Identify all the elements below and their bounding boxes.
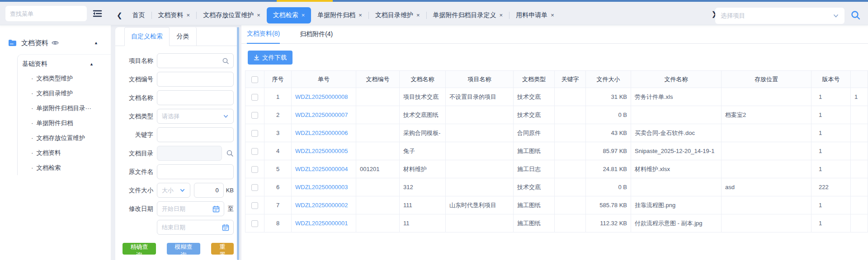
search-icon[interactable] xyxy=(222,57,229,65)
bullet-icon: · xyxy=(31,105,33,111)
header-search-icon[interactable] xyxy=(850,10,861,20)
file-download-button[interactable]: 文件下载 xyxy=(248,51,292,65)
keyword-field[interactable] xyxy=(157,127,234,142)
cell-doc_no[interactable]: WDZL20250000005 xyxy=(292,142,356,160)
sidebar-item-单据附件归档目录···[interactable]: ·单据附件归档目录··· xyxy=(18,101,111,116)
tab-close-icon[interactable]: × xyxy=(416,12,420,19)
calendar-icon[interactable] xyxy=(212,205,220,213)
tab-close-icon[interactable]: × xyxy=(359,12,362,19)
row-checkbox[interactable] xyxy=(251,94,258,101)
cell-doc_no[interactable]: WDZL20250000001 xyxy=(292,214,356,232)
exact-search-button[interactable]: 精确查询 xyxy=(123,243,156,255)
sidebar-item-文档类型维护[interactable]: ·文档类型维护 xyxy=(18,71,111,86)
menu-search-input[interactable] xyxy=(10,10,82,17)
cell-no: 2 xyxy=(264,106,292,124)
orig-filename-field[interactable] xyxy=(157,164,234,179)
doc-dir-search-icon[interactable] xyxy=(226,149,234,157)
tab-close-icon[interactable]: × xyxy=(257,12,260,19)
cell-doc_type: 施工图纸 xyxy=(514,142,555,160)
cell-version: 222 xyxy=(811,178,851,196)
sidebar-root-item[interactable]: 文档资料 ▲ xyxy=(8,35,105,51)
tab-用料申请单[interactable]: 用料申请单× xyxy=(509,7,561,23)
row-checkbox[interactable] xyxy=(251,220,258,227)
cell-doc_no[interactable]: WDZL20250000004 xyxy=(292,160,356,178)
tab-category[interactable]: 分类 xyxy=(170,27,197,46)
size-value-field[interactable] xyxy=(194,183,223,198)
main-tab-文档资料(8)[interactable]: 文档资料(8) xyxy=(247,30,280,44)
main-tabs: 文档资料(8)归档附件(4) xyxy=(241,25,868,44)
size-value-input[interactable] xyxy=(194,183,223,197)
main-tab-归档附件(4)[interactable]: 归档附件(4) xyxy=(300,30,333,43)
download-icon xyxy=(254,55,259,60)
menu-search-box[interactable] xyxy=(5,6,87,21)
panel-scrollbar[interactable] xyxy=(237,27,239,260)
tab-close-icon[interactable]: × xyxy=(500,12,503,19)
doc-name-input[interactable] xyxy=(157,91,233,105)
tab-label: 用料申请单 xyxy=(516,11,547,19)
cell-keyword xyxy=(555,160,586,178)
calendar-icon[interactable] xyxy=(222,224,229,231)
cell-doc_code xyxy=(356,214,400,232)
bullet-icon: · xyxy=(31,164,33,171)
sidebar-group-header[interactable]: 基础资料 ▲ xyxy=(18,57,111,71)
project-select[interactable]: 选择项目 xyxy=(715,8,844,24)
row-checkbox[interactable] xyxy=(251,202,258,209)
search-panel-tabs: 自定义检索 分类 xyxy=(115,27,238,46)
bullet-icon: · xyxy=(31,90,33,97)
cell-doc_no[interactable]: WDZL20250000002 xyxy=(292,196,356,214)
doc-type-select[interactable]: 请选择 xyxy=(157,109,234,124)
sidebar-item-文档资料[interactable]: ·文档资料 xyxy=(18,145,111,160)
tab-close-icon[interactable]: × xyxy=(551,12,554,19)
row-checkbox[interactable] xyxy=(251,148,258,155)
eye-icon[interactable] xyxy=(52,40,59,46)
cell-file_name xyxy=(631,178,722,196)
row-checkbox[interactable] xyxy=(251,130,258,137)
keyword-input[interactable] xyxy=(157,128,233,142)
reset-button[interactable]: 重置 xyxy=(211,243,234,255)
start-date-field[interactable] xyxy=(157,201,224,216)
tab-首页[interactable]: 首页 xyxy=(126,7,151,23)
tab-文档资料[interactable]: 文档资料× xyxy=(152,7,197,23)
tab-close-icon[interactable]: × xyxy=(302,12,305,19)
select-all-checkbox[interactable] xyxy=(251,76,258,83)
collapse-arrow-icon[interactable]: ▲ xyxy=(90,62,94,66)
cell-doc_no[interactable]: WDZL20250000008 xyxy=(292,88,356,106)
tab-custom-search[interactable]: 自定义检索 xyxy=(124,27,170,46)
tab-scroll-left-icon[interactable]: ❮ xyxy=(113,11,126,19)
file-size-label: 文件大小 xyxy=(118,186,153,195)
tab-文档存放位置维护[interactable]: 文档存放位置维护× xyxy=(197,7,267,23)
tab-文档目录维护[interactable]: 文档目录维护× xyxy=(369,7,426,23)
row-checkbox[interactable] xyxy=(251,166,258,173)
collapse-arrow-icon[interactable]: ▲ xyxy=(94,41,98,45)
cell-doc_no[interactable]: WDZL20250000003 xyxy=(292,178,356,196)
orig-filename-input[interactable] xyxy=(157,165,233,179)
cell-no: 8 xyxy=(264,214,292,232)
tab-单据附件归档[interactable]: 单据附件归档× xyxy=(311,7,368,23)
project-name-field[interactable] xyxy=(157,53,234,68)
doc-name-field[interactable] xyxy=(157,90,234,105)
tab-单据附件归档目录定义[interactable]: 单据附件归档目录定义× xyxy=(427,7,509,23)
cell-doc_code xyxy=(356,88,400,106)
cell-doc_no[interactable]: WDZL20250000007 xyxy=(292,106,356,124)
cell-extra xyxy=(851,178,868,196)
row-checkbox[interactable] xyxy=(251,112,258,119)
sidebar-collapse-icon[interactable] xyxy=(90,8,104,19)
size-op-placeholder: 大小 xyxy=(162,186,174,195)
sidebar-item-文档检索[interactable]: ·文档检索 xyxy=(18,160,111,175)
tab-close-icon[interactable]: × xyxy=(187,12,190,19)
row-checkbox[interactable] xyxy=(251,184,258,191)
size-op-select[interactable]: 大小 xyxy=(157,183,190,198)
cell-doc_name: 材料维护 xyxy=(400,160,446,178)
doc-no-input[interactable] xyxy=(157,72,233,86)
fuzzy-search-button[interactable]: 模糊查询 xyxy=(167,243,200,255)
end-date-field[interactable] xyxy=(157,220,234,235)
sidebar-item-文档存放位置维护[interactable]: ·文档存放位置维护 xyxy=(18,130,111,145)
doc-no-field[interactable] xyxy=(157,72,234,87)
sidebar-item-单据附件归档[interactable]: ·单据附件归档 xyxy=(18,116,111,130)
cell-version: 1 xyxy=(811,124,851,142)
sidebar-item-文档目录维护[interactable]: ·文档目录维护 xyxy=(18,86,111,101)
tab-文档检索[interactable]: 文档检索× xyxy=(267,7,311,23)
table-row: 3WDZL20250000006采购合同模板-合同原件43 KB买卖合同-金石软… xyxy=(245,124,868,142)
search-form: 项目名称 文档编号 文档名称 xyxy=(115,46,238,255)
cell-doc_no[interactable]: WDZL20250000006 xyxy=(292,124,356,142)
